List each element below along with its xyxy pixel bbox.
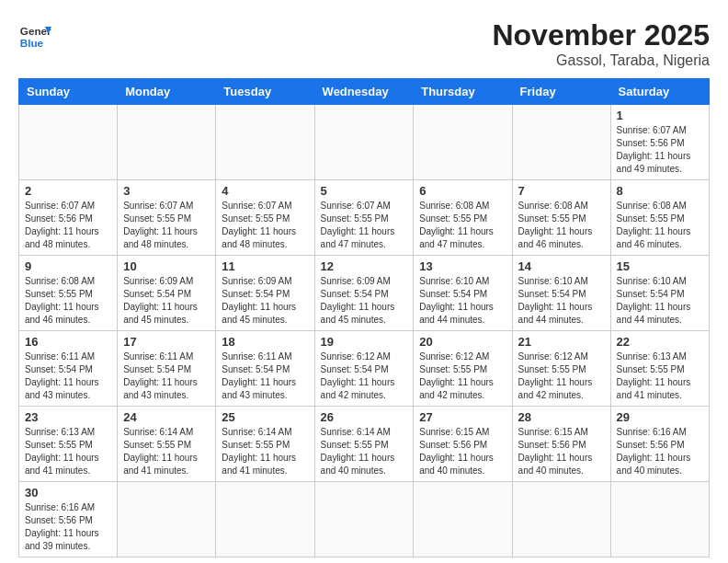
page-header: General Blue November 2025 Gassol, Tarab… bbox=[18, 18, 710, 69]
day-number: 8 bbox=[617, 184, 703, 198]
calendar-cell: 30Sunrise: 6:16 AM Sunset: 5:56 PM Dayli… bbox=[19, 482, 118, 557]
calendar-header-row: SundayMondayTuesdayWednesdayThursdayFrid… bbox=[19, 79, 710, 105]
cell-info: Sunrise: 6:07 AM Sunset: 5:55 PM Dayligh… bbox=[222, 200, 308, 251]
cell-info: Sunrise: 6:08 AM Sunset: 5:55 PM Dayligh… bbox=[419, 200, 506, 251]
cell-info: Sunrise: 6:14 AM Sunset: 5:55 PM Dayligh… bbox=[321, 426, 408, 477]
calendar-cell: 25Sunrise: 6:14 AM Sunset: 5:55 PM Dayli… bbox=[216, 407, 314, 482]
cell-info: Sunrise: 6:08 AM Sunset: 5:55 PM Dayligh… bbox=[617, 200, 703, 251]
month-year: November 2025 bbox=[492, 18, 710, 52]
cell-info: Sunrise: 6:10 AM Sunset: 5:54 PM Dayligh… bbox=[617, 275, 703, 327]
calendar-cell: 22Sunrise: 6:13 AM Sunset: 5:55 PM Dayli… bbox=[610, 331, 709, 407]
calendar-cell bbox=[118, 482, 216, 557]
calendar-week-3: 9Sunrise: 6:08 AM Sunset: 5:55 PM Daylig… bbox=[19, 256, 710, 331]
calendar-cell: 8Sunrise: 6:08 AM Sunset: 5:55 PM Daylig… bbox=[610, 180, 709, 256]
cell-info: Sunrise: 6:09 AM Sunset: 5:54 PM Dayligh… bbox=[123, 275, 210, 327]
calendar-cell: 21Sunrise: 6:12 AM Sunset: 5:55 PM Dayli… bbox=[512, 331, 610, 407]
header-friday: Friday bbox=[512, 79, 610, 105]
day-number: 23 bbox=[25, 410, 111, 424]
day-number: 21 bbox=[518, 335, 605, 349]
day-number: 26 bbox=[321, 410, 408, 424]
calendar-cell bbox=[512, 105, 610, 180]
day-number: 5 bbox=[321, 184, 408, 198]
calendar-cell: 18Sunrise: 6:11 AM Sunset: 5:54 PM Dayli… bbox=[216, 331, 314, 407]
title-block: November 2025 Gassol, Taraba, Nigeria bbox=[492, 18, 710, 69]
calendar-cell: 20Sunrise: 6:12 AM Sunset: 5:55 PM Dayli… bbox=[414, 331, 512, 407]
cell-info: Sunrise: 6:16 AM Sunset: 5:56 PM Dayligh… bbox=[25, 501, 111, 553]
day-number: 29 bbox=[617, 410, 703, 424]
calendar-cell bbox=[414, 105, 512, 180]
calendar-week-2: 2Sunrise: 6:07 AM Sunset: 5:56 PM Daylig… bbox=[19, 180, 710, 256]
calendar-cell: 29Sunrise: 6:16 AM Sunset: 5:56 PM Dayli… bbox=[610, 407, 709, 482]
day-number: 7 bbox=[518, 184, 605, 198]
calendar-cell: 9Sunrise: 6:08 AM Sunset: 5:55 PM Daylig… bbox=[19, 256, 118, 331]
day-number: 1 bbox=[617, 109, 703, 122]
header-thursday: Thursday bbox=[414, 79, 512, 105]
cell-info: Sunrise: 6:07 AM Sunset: 5:56 PM Dayligh… bbox=[25, 200, 111, 251]
day-number: 19 bbox=[321, 335, 408, 349]
header-monday: Monday bbox=[118, 79, 216, 105]
cell-info: Sunrise: 6:14 AM Sunset: 5:55 PM Dayligh… bbox=[222, 426, 308, 477]
logo-icon: General Blue bbox=[18, 18, 51, 52]
day-number: 12 bbox=[321, 259, 408, 273]
calendar-cell bbox=[610, 482, 709, 557]
cell-info: Sunrise: 6:12 AM Sunset: 5:55 PM Dayligh… bbox=[419, 350, 506, 402]
svg-text:Blue: Blue bbox=[20, 37, 44, 49]
calendar-cell: 24Sunrise: 6:14 AM Sunset: 5:55 PM Dayli… bbox=[118, 407, 216, 482]
cell-info: Sunrise: 6:10 AM Sunset: 5:54 PM Dayligh… bbox=[419, 275, 506, 327]
location: Gassol, Taraba, Nigeria bbox=[492, 52, 710, 69]
cell-info: Sunrise: 6:13 AM Sunset: 5:55 PM Dayligh… bbox=[25, 426, 111, 477]
cell-info: Sunrise: 6:07 AM Sunset: 5:56 PM Dayligh… bbox=[617, 124, 703, 176]
day-number: 15 bbox=[617, 259, 703, 273]
day-number: 30 bbox=[25, 486, 111, 500]
cell-info: Sunrise: 6:12 AM Sunset: 5:54 PM Dayligh… bbox=[321, 350, 408, 402]
calendar-cell bbox=[118, 105, 216, 180]
calendar-week-4: 16Sunrise: 6:11 AM Sunset: 5:54 PM Dayli… bbox=[19, 331, 710, 407]
calendar-week-6: 30Sunrise: 6:16 AM Sunset: 5:56 PM Dayli… bbox=[19, 482, 710, 557]
svg-text:General: General bbox=[20, 25, 51, 37]
calendar-cell: 7Sunrise: 6:08 AM Sunset: 5:55 PM Daylig… bbox=[512, 180, 610, 256]
calendar-cell: 4Sunrise: 6:07 AM Sunset: 5:55 PM Daylig… bbox=[216, 180, 314, 256]
day-number: 10 bbox=[123, 259, 210, 273]
cell-info: Sunrise: 6:14 AM Sunset: 5:55 PM Dayligh… bbox=[123, 426, 210, 477]
day-number: 9 bbox=[25, 259, 111, 273]
calendar-week-1: 1Sunrise: 6:07 AM Sunset: 5:56 PM Daylig… bbox=[19, 105, 710, 180]
day-number: 11 bbox=[222, 259, 308, 273]
day-number: 16 bbox=[25, 335, 111, 349]
day-number: 25 bbox=[222, 410, 308, 424]
calendar-cell: 17Sunrise: 6:11 AM Sunset: 5:54 PM Dayli… bbox=[118, 331, 216, 407]
calendar-cell: 26Sunrise: 6:14 AM Sunset: 5:55 PM Dayli… bbox=[314, 407, 414, 482]
cell-info: Sunrise: 6:09 AM Sunset: 5:54 PM Dayligh… bbox=[222, 275, 308, 327]
header-saturday: Saturday bbox=[610, 79, 709, 105]
cell-info: Sunrise: 6:12 AM Sunset: 5:55 PM Dayligh… bbox=[518, 350, 605, 402]
calendar-cell: 5Sunrise: 6:07 AM Sunset: 5:55 PM Daylig… bbox=[314, 180, 414, 256]
day-number: 17 bbox=[123, 335, 210, 349]
cell-info: Sunrise: 6:08 AM Sunset: 5:55 PM Dayligh… bbox=[518, 200, 605, 251]
calendar-cell: 10Sunrise: 6:09 AM Sunset: 5:54 PM Dayli… bbox=[118, 256, 216, 331]
calendar-cell bbox=[216, 105, 314, 180]
calendar-cell: 6Sunrise: 6:08 AM Sunset: 5:55 PM Daylig… bbox=[414, 180, 512, 256]
cell-info: Sunrise: 6:15 AM Sunset: 5:56 PM Dayligh… bbox=[419, 426, 506, 477]
cell-info: Sunrise: 6:11 AM Sunset: 5:54 PM Dayligh… bbox=[25, 350, 111, 402]
calendar-cell bbox=[314, 482, 414, 557]
cell-info: Sunrise: 6:09 AM Sunset: 5:54 PM Dayligh… bbox=[321, 275, 408, 327]
day-number: 27 bbox=[419, 410, 506, 424]
calendar-cell: 27Sunrise: 6:15 AM Sunset: 5:56 PM Dayli… bbox=[414, 407, 512, 482]
calendar-cell: 16Sunrise: 6:11 AM Sunset: 5:54 PM Dayli… bbox=[19, 331, 118, 407]
calendar-cell bbox=[512, 482, 610, 557]
calendar-table: SundayMondayTuesdayWednesdayThursdayFrid… bbox=[18, 78, 710, 557]
day-number: 3 bbox=[123, 184, 210, 198]
cell-info: Sunrise: 6:07 AM Sunset: 5:55 PM Dayligh… bbox=[321, 200, 408, 251]
header-sunday: Sunday bbox=[19, 79, 118, 105]
calendar-cell: 1Sunrise: 6:07 AM Sunset: 5:56 PM Daylig… bbox=[610, 105, 709, 180]
cell-info: Sunrise: 6:10 AM Sunset: 5:54 PM Dayligh… bbox=[518, 275, 605, 327]
logo: General Blue bbox=[18, 18, 51, 52]
cell-info: Sunrise: 6:07 AM Sunset: 5:55 PM Dayligh… bbox=[123, 200, 210, 251]
day-number: 4 bbox=[222, 184, 308, 198]
cell-info: Sunrise: 6:16 AM Sunset: 5:56 PM Dayligh… bbox=[617, 426, 703, 477]
calendar-cell: 2Sunrise: 6:07 AM Sunset: 5:56 PM Daylig… bbox=[19, 180, 118, 256]
calendar-cell bbox=[414, 482, 512, 557]
day-number: 20 bbox=[419, 335, 506, 349]
calendar-cell: 19Sunrise: 6:12 AM Sunset: 5:54 PM Dayli… bbox=[314, 331, 414, 407]
calendar-cell: 3Sunrise: 6:07 AM Sunset: 5:55 PM Daylig… bbox=[118, 180, 216, 256]
calendar-cell: 14Sunrise: 6:10 AM Sunset: 5:54 PM Dayli… bbox=[512, 256, 610, 331]
